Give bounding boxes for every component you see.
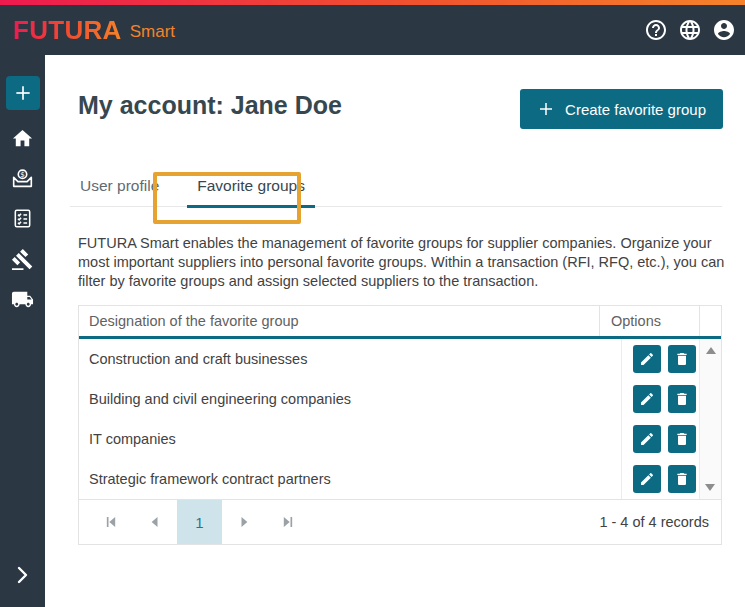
scroll-down-icon[interactable]	[705, 484, 715, 491]
table-scrollbar[interactable]	[699, 339, 721, 499]
edit-button[interactable]	[633, 465, 661, 493]
plus-icon	[13, 83, 33, 103]
account-icon[interactable]	[712, 18, 736, 42]
sidebar-create-button[interactable]	[6, 76, 40, 110]
language-globe-icon[interactable]	[678, 18, 702, 42]
pencil-icon	[639, 351, 655, 367]
trash-icon	[674, 351, 690, 367]
create-favorite-group-button[interactable]: Create favorite group	[520, 89, 723, 129]
chevron-right-icon	[10, 563, 34, 587]
help-icon[interactable]	[644, 18, 668, 42]
trash-icon	[674, 471, 690, 487]
previous-page-button[interactable]	[133, 500, 177, 544]
table-row: Construction and craft businesses	[79, 339, 721, 379]
favorite-group-name: Building and civil engineering companies	[79, 391, 621, 407]
tab-favorite-groups[interactable]: Favorite groups	[187, 168, 315, 208]
checklist-icon	[11, 207, 34, 230]
sidebar-item-auctions[interactable]	[11, 248, 34, 271]
favorite-group-name: Construction and craft businesses	[79, 351, 621, 367]
sidebar-item-transactions[interactable]	[11, 207, 34, 230]
next-page-button[interactable]	[222, 500, 266, 544]
svg-text:$: $	[20, 170, 25, 179]
sidebar: $	[0, 55, 45, 607]
table-row: Strategic framework contract partners	[79, 459, 721, 499]
last-page-button[interactable]	[266, 500, 310, 544]
current-page-button[interactable]: 1	[177, 500, 222, 544]
edit-button[interactable]	[633, 385, 661, 413]
brand-product-name: Smart	[130, 22, 175, 42]
sidebar-expand-button[interactable]	[10, 563, 34, 587]
pencil-icon	[639, 431, 655, 447]
paginator: 1 1 - 4 of 4 records	[79, 499, 721, 544]
edit-button[interactable]	[633, 345, 661, 373]
table-row: Building and civil engineering companies	[79, 379, 721, 419]
page-description: FUTURA Smart enables the management of f…	[78, 234, 730, 291]
first-page-icon	[101, 512, 121, 532]
favorite-group-name: IT companies	[79, 431, 621, 447]
column-header-scroll-spacer	[699, 306, 721, 336]
create-favorite-group-label: Create favorite group	[565, 101, 706, 118]
favorite-groups-table: Designation of the favorite group Option…	[78, 305, 722, 545]
plus-icon	[537, 100, 555, 118]
table-body: Construction and craft businesses Buildi…	[79, 339, 721, 499]
previous-page-icon	[145, 512, 165, 532]
trash-icon	[674, 431, 690, 447]
shipping-truck-icon	[11, 288, 34, 311]
trash-icon	[674, 391, 690, 407]
delete-button[interactable]	[668, 345, 696, 373]
auction-gavel-icon	[11, 248, 34, 271]
topbar-actions	[644, 18, 736, 42]
home-icon	[11, 127, 34, 150]
delete-button[interactable]	[668, 425, 696, 453]
sidebar-item-payments[interactable]: $	[11, 167, 34, 190]
next-page-icon	[234, 512, 254, 532]
main-content: My account: Jane Doe Create favorite gro…	[45, 55, 745, 607]
delete-button[interactable]	[668, 465, 696, 493]
table-row: IT companies	[79, 419, 721, 459]
column-header-options: Options	[599, 306, 699, 336]
topbar: FUTURA Smart	[0, 5, 745, 55]
payments-inbox-icon: $	[11, 167, 34, 190]
last-page-icon	[278, 512, 298, 532]
brand-logo: FUTURA	[13, 15, 122, 46]
column-header-designation: Designation of the favorite group	[79, 313, 599, 329]
sidebar-item-home[interactable]	[11, 127, 34, 150]
page-title: My account: Jane Doe	[78, 91, 342, 120]
sidebar-item-logistics[interactable]	[11, 288, 34, 311]
app-window: FUTURA Smart $	[0, 0, 745, 607]
pencil-icon	[639, 471, 655, 487]
edit-button[interactable]	[633, 425, 661, 453]
tab-bar: User profile Favorite groups	[70, 168, 722, 207]
records-summary: 1 - 4 of 4 records	[599, 514, 721, 530]
tab-user-profile[interactable]: User profile	[70, 168, 169, 208]
scroll-up-icon[interactable]	[706, 347, 716, 354]
table-header: Designation of the favorite group Option…	[79, 306, 721, 339]
delete-button[interactable]	[668, 385, 696, 413]
first-page-button[interactable]	[89, 500, 133, 544]
pencil-icon	[639, 391, 655, 407]
favorite-group-name: Strategic framework contract partners	[79, 471, 621, 487]
